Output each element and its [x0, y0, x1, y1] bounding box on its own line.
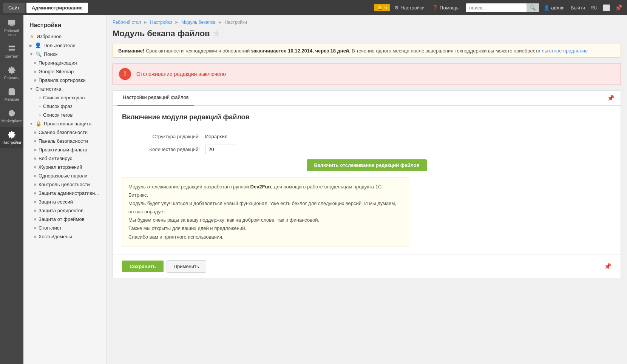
user-menu[interactable]: 👤 admin: [541, 5, 567, 11]
site-button[interactable]: Сайт: [3, 3, 25, 13]
bell-icon: 🔔: [377, 5, 383, 10]
sidebar-item-content[interactable]: Контент: [0, 41, 23, 62]
dot-sm-icon: [39, 114, 41, 116]
info-text-line3: Мы будем очень рады за вашу поддержку: к…: [128, 217, 319, 223]
search-box: 🔍: [466, 3, 539, 12]
error-banner: ! Отслеживание редакции выключено: [113, 63, 621, 85]
dot-icon: [34, 157, 36, 160]
icon-sidebar: Рабочий стол Контент Сервисы Магазин Mar…: [0, 15, 23, 364]
breadcrumb-backup-module[interactable]: Модуль бекапов: [181, 20, 216, 25]
dot-icon: [34, 236, 36, 238]
dot-sm-icon: [39, 97, 41, 99]
nav-item-integrity[interactable]: Контроль целостности: [23, 180, 106, 189]
apply-button[interactable]: Применить: [167, 260, 206, 273]
sidebar-item-marketplace[interactable]: Marketplace: [0, 105, 23, 127]
search-sm-icon: 🔍: [36, 51, 42, 57]
nav-item-reindex[interactable]: Переиндексация: [23, 59, 106, 67]
nav-item-web-antivirus[interactable]: Веб-антивирус: [23, 154, 106, 163]
nav-item-favorites[interactable]: ★ Избранное: [23, 32, 106, 41]
warning-link[interactable]: льготное продление: [542, 48, 588, 54]
nav-item-redirect-protect[interactable]: Защита редиректов: [23, 206, 106, 215]
count-input[interactable]: [205, 145, 235, 154]
nav-item-security-scanner[interactable]: Сканер безопасности: [23, 128, 106, 137]
form-row-structure: Структура редакций: Иерархия: [122, 134, 612, 139]
breadcrumb-settings[interactable]: Настройки: [150, 20, 172, 25]
sidebar-item-shop[interactable]: Магазин: [0, 84, 23, 105]
svg-rect-1: [10, 25, 13, 26]
sidebar-item-settings[interactable]: Настройки: [0, 127, 23, 148]
structure-label: Структура редакций:: [122, 134, 205, 139]
logout-button[interactable]: Выйти: [569, 5, 587, 11]
panel-content: Включение модуля редакций файлов Структу…: [113, 106, 621, 254]
language-selector[interactable]: RU: [588, 5, 600, 11]
sidebar-item-services[interactable]: Сервисы: [0, 62, 23, 84]
info-text-line2: Модуль будет улучшаться и добавляться но…: [128, 201, 396, 214]
svg-rect-6: [9, 51, 15, 51]
nav-item-transitions[interactable]: Список переходов: [23, 93, 106, 102]
gear-icon: ⚙: [394, 5, 399, 11]
nav-item-phrases[interactable]: Список фраз: [23, 102, 106, 111]
dot-icon: [34, 140, 36, 142]
notification-badge[interactable]: 🔔 6: [374, 4, 390, 11]
topbar: Сайт Администрирование 🔔 6 ⚙ Настройки ❓…: [0, 0, 627, 15]
pin-icon[interactable]: 📌: [613, 4, 624, 11]
nav-sidebar: Настройки ★ Избранное ▶ 👤 Пользователи ▼…: [23, 15, 107, 364]
search-button[interactable]: 🔍: [527, 3, 539, 12]
nav-item-security-panel[interactable]: Панель безопасности: [23, 137, 106, 145]
dot-icon: [34, 166, 36, 168]
dot-icon: [34, 62, 36, 64]
search-input[interactable]: [466, 3, 527, 12]
enable-tracking-button[interactable]: Включить отслеживание редакций файлов: [307, 159, 427, 171]
main-layout: Рабочий стол Контент Сервисы Магазин Mar…: [0, 15, 627, 364]
nav-item-session-protect[interactable]: Защита сессий: [23, 197, 106, 206]
breadcrumb-current: Настройки: [225, 20, 247, 25]
nav-item-proactive-filter[interactable]: Проактивный фильтр: [23, 145, 106, 154]
info-box: Модуль отслеживание редакций разработан …: [122, 177, 409, 247]
info-text-line1: Модуль отслеживание редакций разработан …: [128, 184, 250, 190]
admin-button[interactable]: Администрирование: [26, 3, 88, 13]
error-icon: !: [119, 68, 131, 80]
nav-item-intrusion-log[interactable]: Журнал вторжений: [23, 163, 106, 171]
help-icon: ❓: [432, 5, 438, 11]
nav-item-hosts[interactable]: Хосты/домены: [23, 232, 106, 241]
count-label: Количество редакций:: [122, 147, 205, 152]
dot-icon: [34, 218, 36, 221]
nav-item-frame-protect[interactable]: Защита от фреймов: [23, 215, 106, 224]
nav-item-one-time-pass[interactable]: Одноразовые пароли: [23, 171, 106, 180]
info-company: Dev2Fun: [250, 184, 271, 190]
favorite-star-icon[interactable]: ☆: [213, 29, 219, 38]
settings-link[interactable]: ⚙ Настройки: [391, 5, 428, 11]
svg-rect-5: [9, 49, 15, 50]
nav-item-users[interactable]: ▶ 👤 Пользователи: [23, 41, 106, 50]
user-icon: 👤: [544, 5, 550, 11]
section-title: Включение модуля редакций файлов: [122, 113, 612, 126]
bottom-buttons: Сохранить Применить 📌: [113, 254, 621, 278]
error-text: Отслеживание редакции выключено: [136, 71, 226, 77]
nav-item-admin-protection[interactable]: Защита административн...: [23, 189, 106, 197]
nav-item-sitemap[interactable]: Google Sitemap: [23, 67, 106, 76]
bottom-pin-icon[interactable]: 📌: [604, 263, 612, 270]
breadcrumb-sep: ►: [218, 20, 222, 25]
star-icon: ★: [29, 33, 34, 39]
info-text-line5: Спасибо вам и приятного использования.: [128, 234, 224, 240]
settings-panel: Настройки редакций файлов 📌 Включение мо…: [113, 90, 621, 278]
help-link[interactable]: ❓ Помощь: [429, 5, 462, 11]
svg-rect-4: [9, 48, 15, 48]
breadcrumb: Рабочий стол ► Настройки ► Модуль бекапо…: [113, 20, 621, 25]
svg-rect-3: [9, 46, 15, 47]
nav-item-tags[interactable]: Список тегов: [23, 111, 106, 119]
nav-item-stoplist[interactable]: Стоп-лист: [23, 224, 106, 232]
tab-file-revisions[interactable]: Настройки редакций файлов: [117, 91, 194, 106]
save-button[interactable]: Сохранить: [122, 261, 164, 272]
nav-item-sort-rules[interactable]: Правила сортировки: [23, 76, 106, 85]
nav-item-search[interactable]: ▼ 🔍 Поиск: [23, 50, 106, 59]
page-title: Модуль бекапа файлов ☆: [113, 29, 621, 39]
panel-pin-icon[interactable]: 📌: [605, 91, 616, 105]
nav-item-proactive[interactable]: ▼ 🔒 Проактивная защита: [23, 119, 106, 128]
nav-item-stats[interactable]: ▼ Статистика: [23, 85, 106, 93]
breadcrumb-desktop[interactable]: Рабочий стол: [113, 20, 141, 25]
sidebar-item-desktop[interactable]: Рабочий стол: [0, 15, 23, 41]
arrow-down-icon: ▼: [29, 87, 33, 91]
dot-icon: [34, 184, 36, 186]
window-icon[interactable]: ⬜: [601, 4, 612, 11]
